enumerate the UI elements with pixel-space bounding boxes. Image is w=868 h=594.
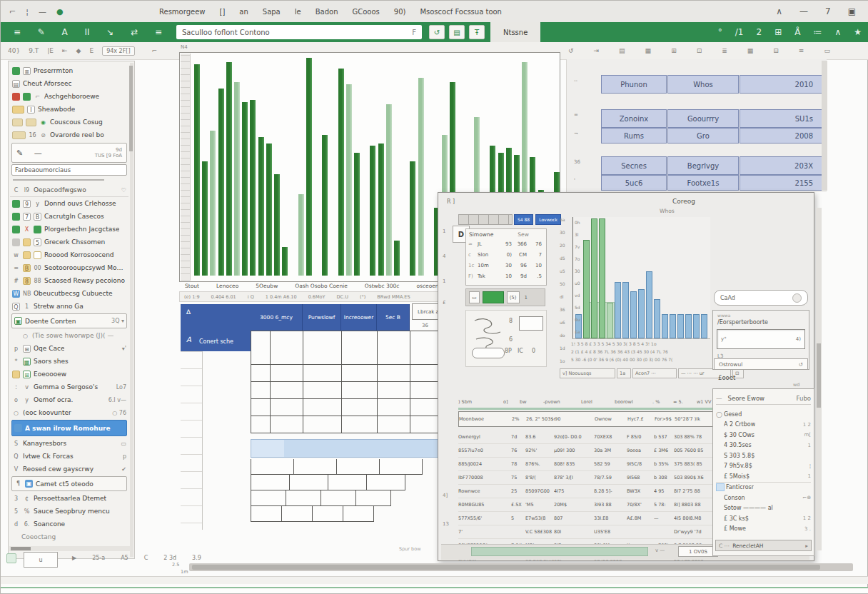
ribbon-chip[interactable]: ↺	[429, 25, 445, 39]
sidebar-item[interactable]: ▤Cheut Aforseec	[10, 77, 128, 90]
table-cell[interactable]	[410, 348, 439, 365]
sidebar-item[interactable]: ◉Couscous Cosug	[10, 116, 128, 129]
sidebar-item[interactable]: ▣Doente Conrten3Q ▾	[11, 313, 127, 328]
table-cell[interactable]	[271, 399, 303, 416]
ribbon-icon[interactable]: 2	[757, 27, 762, 37]
table-cell[interactable]	[271, 365, 303, 382]
table-cell[interactable]	[282, 506, 313, 522]
status-icon[interactable]: 2 3d	[163, 555, 176, 561]
toolbar-chip[interactable]	[483, 291, 504, 303]
table-cell[interactable]	[378, 331, 410, 348]
table-cell[interactable]	[337, 459, 380, 475]
mini-table-row[interactable]: F)Tsk109d.5	[466, 271, 546, 281]
histogram-chart[interactable]	[572, 217, 710, 339]
toolbar-icon[interactable]: ▦	[747, 47, 754, 54]
table-cell[interactable]	[410, 382, 439, 399]
ribbon-chip[interactable]: Ŧ	[469, 25, 485, 39]
table-cell[interactable]	[294, 459, 337, 475]
dialog-tab[interactable]: 1a	[617, 368, 631, 378]
table-row[interactable]	[251, 331, 439, 348]
table-cell[interactable]	[313, 506, 343, 522]
table-cell[interactable]	[303, 365, 342, 382]
table-cell[interactable]	[343, 506, 374, 522]
table-cell[interactable]	[378, 416, 410, 433]
toolbar-icon[interactable]: ⊟	[773, 47, 779, 54]
spreadsheet-cell[interactable]: SU1s	[740, 109, 824, 128]
ribbon-icon[interactable]: ↘	[106, 27, 113, 37]
toolbar-icon[interactable]: ▦	[645, 47, 652, 54]
spreadsheet-cell[interactable]: Phunon	[601, 75, 667, 94]
table-cell[interactable]	[410, 331, 439, 348]
ribbon-icon[interactable]: ≡	[14, 27, 21, 37]
table-cell[interactable]	[251, 459, 294, 475]
ribbon-icon[interactable]: ★	[854, 27, 862, 37]
scrollbar-thumb[interactable]	[129, 66, 133, 151]
sidebar-item[interactable]: #888Scaosed Rewsy pecoiono	[10, 274, 128, 287]
ribbon-icon[interactable]: ≔	[813, 27, 822, 37]
status-icon[interactable]: ▶	[72, 555, 76, 561]
status-chip[interactable]: u	[24, 552, 58, 568]
table-cell[interactable]	[303, 382, 342, 399]
spreadsheet-cell[interactable]: 2155	[740, 175, 824, 191]
window-icon[interactable]: —	[39, 7, 46, 16]
spreadsheet-cell[interactable]: Rums	[601, 128, 667, 144]
menu-item[interactable]: Resmorgeew	[159, 8, 206, 16]
spreadsheet-cell[interactable]: 5uc6	[601, 175, 667, 191]
table-cell[interactable]	[303, 399, 342, 416]
sidebar-item[interactable]: :vGemma o Sergoso'sLo7	[10, 381, 128, 393]
ribbon-icon[interactable]: /1	[735, 27, 744, 37]
collapse-icon[interactable]: ∧	[776, 6, 782, 16]
spreadsheet-cell[interactable]: 203X	[740, 156, 824, 175]
toolbar-icon[interactable]: ⊡	[697, 47, 702, 54]
sidebar-item[interactable]: VReosed cew gayscrwy✔	[10, 463, 128, 475]
sidebar-item[interactable]: ⌐Aschgehboroewe	[10, 90, 128, 103]
table-cell[interactable]	[251, 399, 271, 416]
spreadsheet-cell[interactable]: 2008	[740, 128, 824, 144]
sidebar-item[interactable]: ≡B00Seotoorooupcsywd Moenfa	[10, 261, 128, 274]
status-icon[interactable]: A5	[121, 555, 128, 561]
table-cell[interactable]	[356, 490, 391, 506]
menu-item[interactable]: le	[295, 8, 301, 16]
status-icon[interactable]: C	[144, 555, 148, 561]
output-select[interactable]: Ostrowul ↺	[714, 358, 808, 370]
panel-item[interactable]: 4 30.5ses1	[716, 441, 811, 451]
toolbar-icon[interactable]: E	[89, 47, 94, 54]
table-cell[interactable]	[378, 348, 410, 365]
sidebar-item-selected[interactable]: A swan ilrow Romohure	[11, 420, 127, 436]
function-icon[interactable]: F	[412, 29, 416, 36]
toolbar-icon[interactable]: ⇥	[594, 47, 600, 54]
table-row[interactable]	[251, 399, 439, 416]
paste-icon[interactable]: ⌐	[152, 47, 158, 54]
search-input[interactable]: CaAd	[714, 290, 808, 306]
column-header[interactable]: Increoower	[341, 304, 377, 331]
menu-item[interactable]: Badon	[316, 8, 338, 16]
table-row[interactable]	[251, 365, 439, 382]
panel-item[interactable]: Conson⌐⊕	[716, 493, 811, 503]
spreadsheet-cell[interactable]: Footxe1s	[667, 175, 739, 191]
toolbar-icon[interactable]: ≣	[722, 47, 727, 54]
zoom-box[interactable]: 94x 2F[]	[102, 46, 134, 56]
sidebar-item[interactable]: wRooood Korrosoocend	[10, 248, 128, 261]
formula-bar[interactable]: Saculloo foflont Contono F	[176, 25, 422, 39]
table-row[interactable]	[251, 348, 439, 365]
panel-item[interactable]: £ 3C ks$1 2	[716, 513, 811, 524]
sidebar-scrollbar[interactable]	[130, 63, 133, 557]
spreadsheet-cell[interactable]: Zonoinx	[601, 109, 667, 128]
window-icon[interactable]: ¦	[26, 7, 29, 16]
sidebar-item[interactable]: QIvtwe Ck Forcasp	[10, 450, 128, 463]
toolbar-chip[interactable]: (5)	[507, 291, 520, 303]
close-icon[interactable]: ▣	[848, 6, 856, 16]
table-cell[interactable]	[251, 506, 282, 522]
table-row[interactable]	[251, 490, 391, 506]
table-cell[interactable]	[378, 399, 410, 416]
ribbon-icon[interactable]: ⊞	[774, 27, 782, 37]
ribbon-icon[interactable]: A	[62, 27, 68, 37]
ribbon-icon[interactable]: II	[85, 27, 90, 37]
sidebar-slider[interactable]	[13, 177, 126, 183]
dialog-button[interactable]: Lovwock	[535, 214, 561, 225]
spreadsheet-cell[interactable]: Whos	[667, 75, 739, 94]
sidebar-item[interactable]: ¶▣Camet ct5 oteodo	[11, 476, 127, 491]
sidebar-item[interactable]: ○(Tie sowe hworwpe (J)( —	[10, 329, 128, 342]
column-header[interactable]: Purwslowf	[303, 304, 341, 331]
sidebar-item[interactable]: 5%Sauce Seopbruy mencu	[10, 505, 128, 518]
